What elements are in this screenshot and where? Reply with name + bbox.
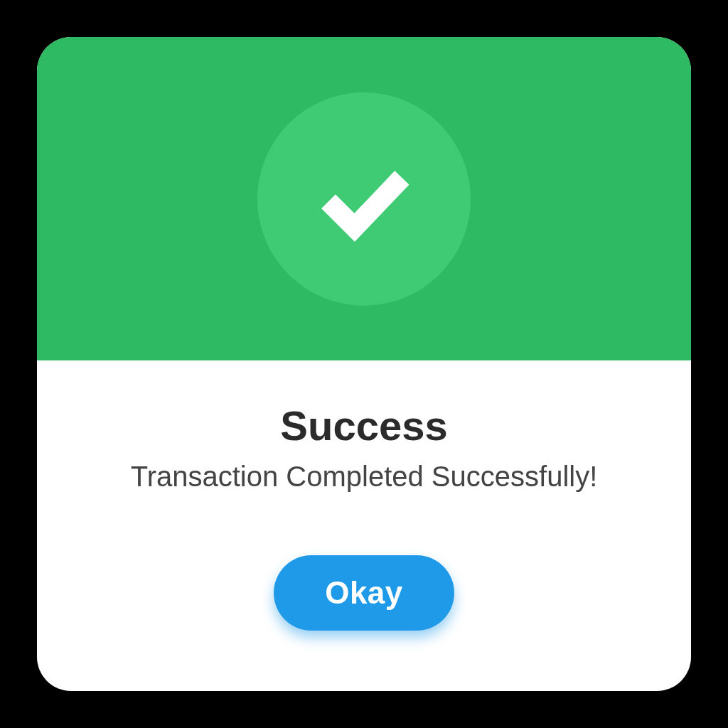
dialog-title: Success [280,402,447,449]
dialog-message: Transaction Completed Successfully! [131,461,598,493]
check-circle [257,92,471,306]
check-icon [307,142,421,256]
dialog-body: Success Transaction Completed Successful… [37,360,691,691]
okay-button[interactable]: Okay [274,555,454,631]
dialog-header [37,37,691,360]
success-dialog: Success Transaction Completed Successful… [37,37,691,691]
